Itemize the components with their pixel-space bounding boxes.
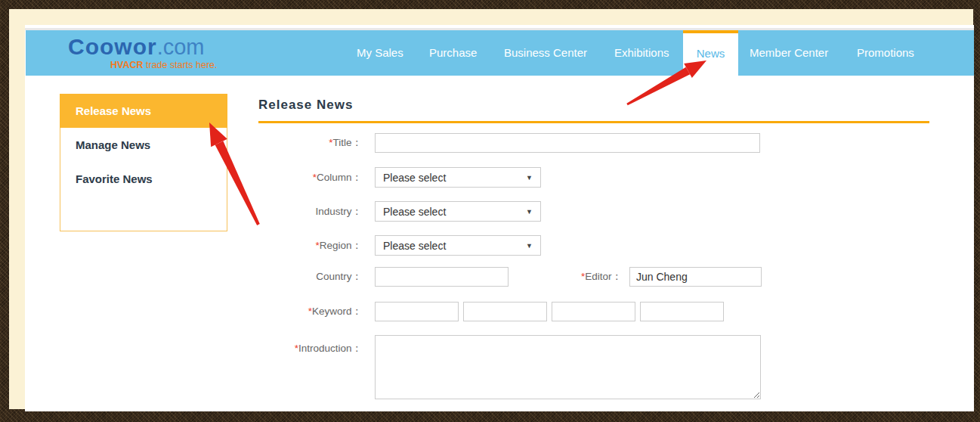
editor-label: *Editor： xyxy=(509,270,622,284)
chevron-down-icon: ▼ xyxy=(526,242,540,250)
region-select-value: Please select xyxy=(376,240,526,252)
country-label: Country： xyxy=(258,270,362,284)
chevron-down-icon: ▼ xyxy=(526,208,540,216)
keyword-label: *Keyword： xyxy=(258,305,362,318)
nav-item-promotions[interactable]: Promotions xyxy=(857,30,914,76)
column-label: *Column： xyxy=(258,171,362,185)
region-select[interactable]: Please select ▼ xyxy=(375,235,541,256)
nav-item-my-sales[interactable]: My Sales xyxy=(357,30,403,76)
logo-tagline-rest: trade starts here. xyxy=(144,60,218,70)
nav-item-exhibitions[interactable]: Exhibitions xyxy=(614,30,669,76)
chevron-down-icon: ▼ xyxy=(526,174,540,182)
news-sidebar: Release News Manage News Favorite News xyxy=(60,94,227,231)
industry-label: Industry： xyxy=(258,205,362,219)
title-label: *Title： xyxy=(258,136,362,150)
region-label: *Region： xyxy=(258,239,362,253)
nav-item-business-center[interactable]: Business Center xyxy=(504,30,587,76)
keyword-input-4[interactable] xyxy=(640,302,724,321)
industry-select-value: Please select xyxy=(376,206,526,218)
nav-item-purchase[interactable]: Purchase xyxy=(429,30,477,76)
sidebar-item-favorite-news[interactable]: Favorite News xyxy=(60,162,227,196)
logo-tld: .com xyxy=(157,35,205,59)
title-input[interactable] xyxy=(375,133,760,153)
column-select[interactable]: Please select ▼ xyxy=(375,167,541,188)
editor-input[interactable] xyxy=(629,267,762,287)
page-title: Release News xyxy=(258,98,353,113)
keyword-input-2[interactable] xyxy=(463,302,547,321)
keyword-input-1[interactable] xyxy=(375,302,459,321)
logo-tagline: HVACR trade starts here. xyxy=(68,60,218,70)
coowor-logo[interactable]: Coowor.com HVACR trade starts here. xyxy=(68,35,218,70)
introduction-label: *Introduction： xyxy=(258,335,362,355)
sidebar-item-manage-news[interactable]: Manage News xyxy=(60,128,227,162)
industry-select[interactable]: Please select ▼ xyxy=(375,201,541,222)
logo-text: Coowor xyxy=(68,34,157,59)
page-frame: Coowor.com HVACR trade starts here. My S… xyxy=(9,9,973,409)
country-input[interactable] xyxy=(375,267,509,287)
column-select-value: Please select xyxy=(376,172,526,184)
sidebar-item-release-news[interactable]: Release News xyxy=(60,94,227,128)
keyword-input-3[interactable] xyxy=(552,302,635,321)
top-navigation-bar: Coowor.com HVACR trade starts here. My S… xyxy=(26,30,974,76)
page-body: Coowor.com HVACR trade starts here. My S… xyxy=(25,25,974,411)
nav-item-news-active[interactable]: News xyxy=(683,30,738,76)
page-title-underline xyxy=(258,121,929,123)
nav-item-member-center[interactable]: Member Center xyxy=(750,30,828,76)
introduction-textarea[interactable] xyxy=(375,335,761,399)
logo-tagline-highlight: HVACR xyxy=(110,60,144,70)
